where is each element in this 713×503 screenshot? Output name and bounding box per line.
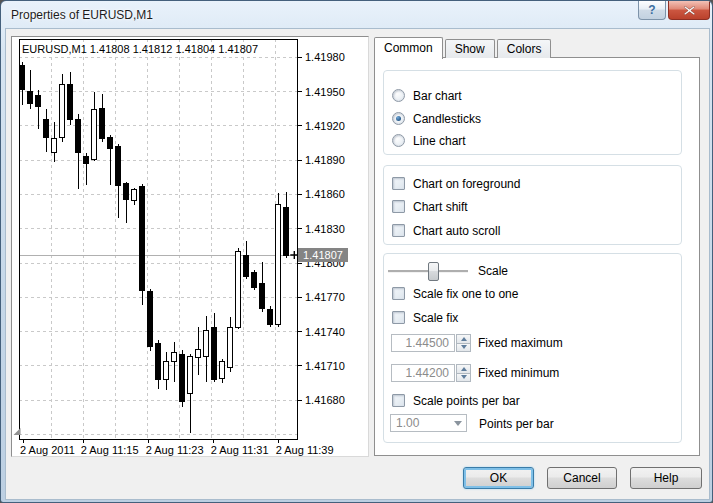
- combo-dropdown-button[interactable]: [450, 415, 466, 431]
- close-icon: [684, 6, 695, 15]
- svg-text:2 Aug 11:23: 2 Aug 11:23: [146, 444, 204, 456]
- checkbox-label: Chart on foreground: [413, 177, 520, 191]
- svg-text:1.41860: 1.41860: [305, 188, 345, 200]
- svg-text:1.41890: 1.41890: [305, 154, 345, 166]
- spin-up-icon: [461, 337, 467, 341]
- scale-slider-thumb[interactable]: [428, 262, 439, 281]
- display-options-group: Chart on foreground Chart shift Chart au…: [383, 165, 682, 245]
- svg-text:1.41740: 1.41740: [305, 326, 345, 338]
- points-per-bar-combo[interactable]: 1.00: [390, 414, 467, 432]
- check-row-chart-auto-scroll[interactable]: Chart auto scroll: [384, 221, 500, 240]
- svg-text:1.41770: 1.41770: [305, 291, 345, 303]
- close-button[interactable]: [668, 1, 710, 20]
- radio-label: Line chart: [413, 134, 466, 148]
- title-bar[interactable]: Properties of EURUSD,M1 ?: [1, 1, 712, 29]
- tab-show[interactable]: Show: [445, 39, 495, 58]
- svg-text:1.41920: 1.41920: [305, 120, 345, 132]
- svg-text:2 Aug 11:39: 2 Aug 11:39: [276, 444, 334, 456]
- checkbox-label: Chart auto scroll: [413, 224, 500, 238]
- chevron-down-icon: [454, 421, 462, 426]
- spin-down-icon: [461, 375, 467, 379]
- fixed-minimum-spinner[interactable]: [456, 364, 471, 382]
- dialog-client-area: 1.419801.419501.419201.418901.418601.418…: [6, 29, 709, 499]
- svg-text:1.41710: 1.41710: [305, 360, 345, 372]
- help-titlebar-button[interactable]: ?: [638, 1, 666, 20]
- svg-text:2 Aug 2011: 2 Aug 2011: [20, 444, 75, 456]
- checkbox-label: Scale points per bar: [413, 394, 520, 408]
- tab-colors[interactable]: Colors: [497, 39, 552, 58]
- question-mark-icon: ?: [648, 3, 655, 17]
- help-button[interactable]: Help: [630, 467, 702, 489]
- scale-label: Scale: [478, 264, 508, 278]
- chart-panel[interactable]: 1.419801.419501.419201.418901.418601.418…: [11, 36, 369, 457]
- svg-text:2 Aug 11:31: 2 Aug 11:31: [211, 444, 269, 456]
- radio-line-chart[interactable]: [392, 134, 405, 147]
- svg-text:2 Aug 11:15: 2 Aug 11:15: [81, 444, 139, 456]
- checkbox-scale-fix-one-to-one[interactable]: [392, 287, 405, 300]
- spin-down-icon: [461, 345, 467, 349]
- check-row-scale-points-per-bar[interactable]: Scale points per bar: [384, 391, 520, 410]
- radio-label: Bar chart: [413, 89, 462, 103]
- tab-common[interactable]: Common: [374, 37, 443, 59]
- svg-text:1.41807: 1.41807: [303, 249, 343, 261]
- fixed-maximum-spinner[interactable]: [456, 334, 471, 352]
- radio-label: Candlesticks: [413, 112, 481, 126]
- chart-svg-container: 1.419801.419501.419201.418901.418601.418…: [12, 37, 368, 456]
- spin-down-button[interactable]: [456, 374, 471, 383]
- fixed-minimum-label: Fixed minimum: [478, 366, 559, 380]
- radio-row-line-chart[interactable]: Line chart: [384, 131, 466, 150]
- checkbox-label: Scale fix: [413, 311, 458, 325]
- checkbox-chart-shift[interactable]: [392, 200, 405, 213]
- checkbox-label: Scale fix one to one: [413, 287, 518, 301]
- chart-type-group: Bar chart Candlesticks Line chart: [383, 70, 682, 155]
- checkbox-chart-auto-scroll[interactable]: [392, 224, 405, 237]
- spin-up-icon: [461, 367, 467, 371]
- spin-up-button[interactable]: [456, 334, 471, 344]
- fixed-maximum-row: 1.44500: [391, 334, 471, 352]
- check-row-scale-fix-one-to-one[interactable]: Scale fix one to one: [384, 284, 518, 303]
- cancel-button[interactable]: Cancel: [547, 467, 617, 489]
- properties-dialog: Properties of EURUSD,M1 ? 1.419801.41950…: [0, 0, 713, 503]
- fixed-maximum-label: Fixed maximum: [478, 336, 563, 350]
- check-row-chart-on-foreground[interactable]: Chart on foreground: [384, 174, 520, 193]
- fixed-maximum-input[interactable]: 1.44500: [391, 334, 455, 352]
- check-row-chart-shift[interactable]: Chart shift: [384, 197, 468, 216]
- svg-text:1.41830: 1.41830: [305, 223, 345, 235]
- spin-up-button[interactable]: [456, 364, 471, 374]
- dialog-title: Properties of EURUSD,M1: [11, 8, 153, 22]
- points-per-bar-label: Points per bar: [479, 417, 554, 431]
- ok-button[interactable]: OK: [463, 467, 534, 489]
- fixed-minimum-row: 1.44200: [391, 364, 471, 382]
- scale-group: Scale Scale fix one to one Scale fix 1.4…: [383, 253, 682, 443]
- svg-text:1.41950: 1.41950: [305, 86, 345, 98]
- radio-row-bar-chart[interactable]: Bar chart: [384, 86, 462, 105]
- radio-bar-chart[interactable]: [392, 89, 405, 102]
- checkbox-label: Chart shift: [413, 200, 468, 214]
- spin-down-button[interactable]: [456, 344, 471, 353]
- radio-row-candlesticks[interactable]: Candlesticks: [384, 109, 481, 128]
- checkbox-scale-fix[interactable]: [392, 311, 405, 324]
- svg-text:1.41680: 1.41680: [305, 394, 345, 406]
- fixed-minimum-input[interactable]: 1.44200: [391, 364, 455, 382]
- svg-text:EURUSD,M1 1.41808 1.41812 1.41: EURUSD,M1 1.41808 1.41812 1.41804 1.4180…: [22, 43, 258, 55]
- radio-candlesticks[interactable]: [392, 112, 405, 125]
- checkbox-chart-on-foreground[interactable]: [392, 177, 405, 190]
- checkbox-scale-points-per-bar[interactable]: [392, 394, 405, 407]
- check-row-scale-fix[interactable]: Scale fix: [384, 308, 458, 327]
- points-per-bar-value: 1.00: [391, 416, 450, 430]
- tab-page-common: Bar chart Candlesticks Line chart Chart …: [374, 57, 700, 456]
- svg-text:1.41980: 1.41980: [305, 51, 345, 63]
- tab-strip: Common Show Colors: [374, 36, 553, 58]
